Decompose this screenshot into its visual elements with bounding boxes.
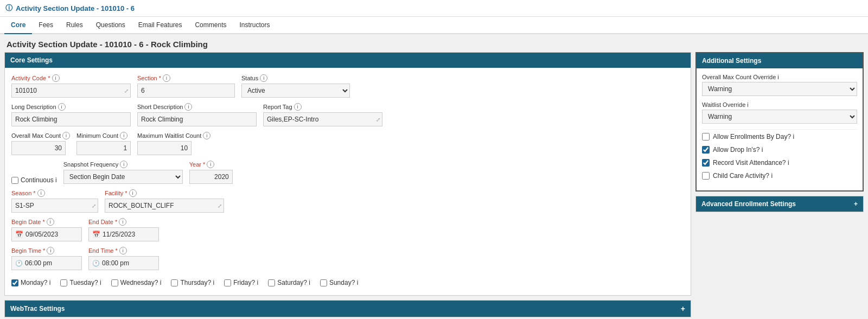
end-time-info[interactable]: i (119, 247, 127, 254)
overall-max-override-group: Overall Max Count Override i Warning Err… (702, 74, 857, 96)
record-visit-attendance-checkbox[interactable] (702, 159, 710, 167)
max-waitlist-label: Maximum Waitlist Count i (137, 132, 210, 139)
nav-tabs: Core Fees Rules Questions Email Features… (0, 17, 868, 34)
allow-enrollments-by-day-info[interactable]: i (793, 133, 794, 141)
thursday-info[interactable]: i (213, 279, 215, 286)
wednesday-info[interactable]: i (160, 279, 162, 286)
monday-item: Monday? i (11, 279, 50, 286)
tab-questions[interactable]: Questions (90, 17, 132, 34)
continuous-info[interactable]: i (55, 176, 57, 184)
advanced-enrollment-header[interactable]: Advanced Enrollment Settings + (696, 196, 863, 212)
child-care-activity-checkbox[interactable] (702, 172, 710, 180)
tab-comments[interactable]: Comments (188, 17, 233, 34)
report-tag-info[interactable]: i (294, 103, 302, 111)
overall-max-count-input[interactable] (11, 141, 66, 155)
waitlist-override-select[interactable]: Warning Error None (702, 110, 857, 124)
record-visit-attendance-info[interactable]: i (788, 159, 789, 167)
section-info[interactable]: i (163, 74, 170, 82)
max-waitlist-info[interactable]: i (203, 132, 210, 139)
allow-enrollments-by-day-checkbox[interactable] (702, 133, 710, 141)
activity-code-expand-icon: ⤢ (124, 88, 129, 94)
status-select[interactable]: Active Inactive Closed (241, 84, 350, 98)
begin-time-info[interactable]: i (47, 247, 54, 254)
min-count-input[interactable] (76, 141, 131, 155)
continuous-checkbox[interactable] (11, 177, 18, 184)
advanced-enrollment-box: Advanced Enrollment Settings + (695, 196, 864, 212)
activity-code-input[interactable] (11, 84, 131, 98)
friday-label: Friday? i (233, 279, 258, 286)
tab-fees[interactable]: Fees (32, 17, 60, 34)
friday-checkbox[interactable] (224, 279, 231, 286)
begin-time-value[interactable]: 06:00 pm (25, 259, 52, 267)
end-date-info[interactable]: i (119, 218, 126, 226)
snapshot-freq-select[interactable]: Section Begin Date Daily Weekly Monthly (63, 170, 183, 184)
facility-label: Facility * i (105, 189, 224, 197)
tuesday-checkbox[interactable] (60, 279, 67, 286)
friday-info[interactable]: i (257, 279, 259, 286)
waitlist-override-group: Waitlist Override i Warning Error None (702, 101, 857, 124)
begin-date-value[interactable]: 09/05/2023 (25, 231, 58, 238)
season-label: Season * i (11, 189, 98, 197)
sunday-info[interactable]: i (357, 279, 359, 286)
child-care-activity-info[interactable]: i (771, 172, 773, 180)
monday-info[interactable]: i (49, 279, 51, 286)
long-desc-info[interactable]: i (58, 103, 66, 111)
friday-item: Friday? i (224, 279, 258, 286)
overall-max-count-info[interactable]: i (62, 132, 70, 139)
main-layout: Core Settings Activity Code * i ⤢ (0, 52, 868, 319)
tab-rules[interactable]: Rules (60, 17, 90, 34)
allow-drop-ins-info[interactable]: i (762, 146, 763, 154)
allow-drop-ins-checkbox[interactable] (702, 146, 710, 154)
wednesday-checkbox[interactable] (111, 279, 118, 286)
season-info[interactable]: i (37, 189, 45, 197)
long-desc-input[interactable] (11, 112, 131, 126)
status-group: Status i Active Inactive Closed (241, 74, 350, 98)
activity-code-group: Activity Code * i ⤢ (11, 74, 131, 98)
season-input[interactable] (11, 199, 98, 213)
facility-input[interactable] (105, 199, 224, 213)
monday-checkbox[interactable] (11, 279, 18, 286)
end-time-group: End Time * i 🕐 08:00 pm (88, 247, 159, 270)
overall-max-count-label: Overall Max Count i (11, 132, 70, 139)
thursday-checkbox[interactable] (171, 279, 178, 286)
thursday-item: Thursday? i (171, 279, 214, 286)
max-waitlist-group: Maximum Waitlist Count i (137, 132, 210, 155)
end-date-value[interactable]: 11/25/2023 (103, 231, 135, 238)
max-waitlist-input[interactable] (137, 141, 192, 155)
end-time-value[interactable]: 08:00 pm (102, 259, 129, 267)
saturday-info[interactable]: i (309, 279, 310, 286)
activity-code-info[interactable]: i (52, 74, 60, 82)
short-desc-group: Short Description i (137, 103, 257, 126)
sunday-checkbox[interactable] (320, 279, 327, 286)
left-panel: Core Settings Activity Code * i ⤢ (4, 52, 691, 319)
webtrac-settings-header[interactable]: WebTrac Settings + (5, 301, 691, 317)
core-settings-header[interactable]: Core Settings (5, 53, 691, 68)
snapshot-freq-info[interactable]: i (120, 161, 127, 168)
saturday-checkbox[interactable] (268, 279, 275, 286)
core-settings-box: Core Settings Activity Code * i ⤢ (4, 52, 691, 296)
report-tag-input[interactable] (263, 112, 382, 126)
long-desc-group: Long Description i (11, 103, 131, 126)
additional-settings-box: Additional Settings Overall Max Count Ov… (695, 52, 864, 192)
short-desc-input[interactable] (137, 112, 257, 126)
overall-max-override-select[interactable]: Warning Error None (702, 82, 857, 96)
overall-max-override-info[interactable]: i (777, 74, 778, 80)
begin-date-info[interactable]: i (47, 218, 54, 226)
tab-email-features[interactable]: Email Features (132, 17, 189, 34)
tab-instructors[interactable]: Instructors (233, 17, 276, 34)
year-info[interactable]: i (207, 161, 214, 168)
min-count-info[interactable]: i (120, 132, 127, 139)
begin-time-group: Begin Time * i 🕐 06:00 pm (11, 247, 82, 270)
tab-core[interactable]: Core (4, 17, 32, 34)
wednesday-label: Wednesday? i (120, 279, 162, 286)
waitlist-override-info[interactable]: i (747, 101, 748, 108)
tuesday-info[interactable]: i (100, 279, 101, 286)
advanced-enrollment-toggle-icon: + (854, 200, 858, 208)
status-info[interactable]: i (260, 74, 267, 82)
facility-info[interactable]: i (129, 189, 137, 197)
year-input[interactable] (189, 170, 233, 184)
allow-enrollments-by-day-label: Allow Enrollments By Day? i (713, 133, 794, 141)
end-time-label: End Time * i (88, 247, 159, 254)
short-desc-info[interactable]: i (184, 103, 192, 111)
section-input[interactable] (137, 84, 235, 98)
